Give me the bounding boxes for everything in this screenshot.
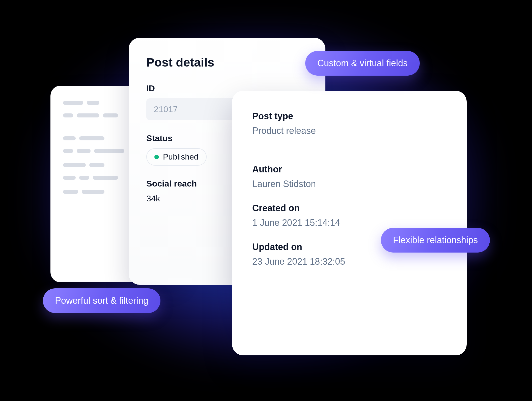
created-on-value: 1 June 2021 15:14:14 <box>252 218 446 228</box>
feature-pill-flexible-relationships[interactable]: Flexible relationships <box>381 228 490 253</box>
post-details-title: Post details <box>146 55 308 69</box>
post-type-label: Post type <box>252 111 446 121</box>
status-dot-icon <box>154 155 159 159</box>
status-value: Published <box>163 152 199 162</box>
post-type-value: Product release <box>252 126 446 136</box>
meta-divider <box>252 150 446 150</box>
created-on-label: Created on <box>252 203 446 213</box>
author-label: Author <box>252 164 446 175</box>
updated-on-value: 23 June 2021 18:32:05 <box>252 256 446 267</box>
author-value: Lauren Stidston <box>252 179 446 189</box>
feature-pill-custom-fields[interactable]: Custom & virtual fields <box>305 51 420 76</box>
post-meta-card: Post type Product release Author Lauren … <box>232 91 467 355</box>
status-badge[interactable]: Published <box>146 148 207 166</box>
feature-pill-sort-filtering[interactable]: Powerful sort & filtering <box>43 288 160 313</box>
